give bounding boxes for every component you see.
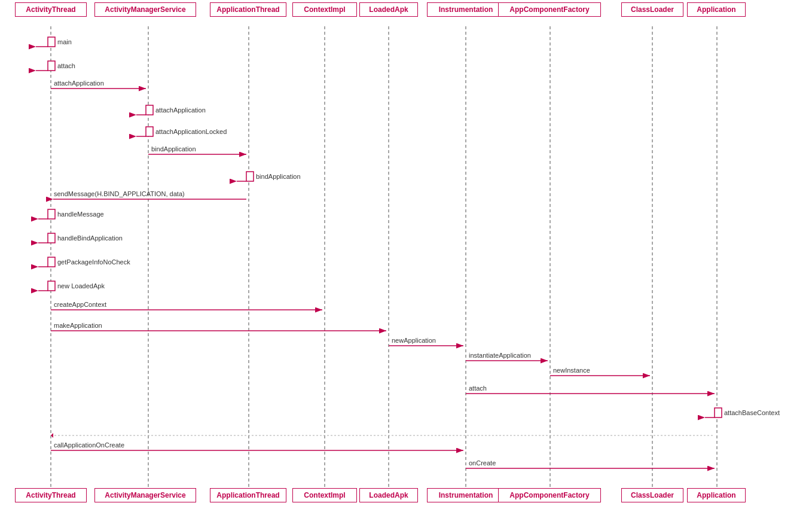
svg-text:newInstance: newInstance <box>553 367 590 374</box>
actor-top-ClassLoader: ClassLoader <box>621 2 683 17</box>
svg-rect-11 <box>48 37 55 47</box>
svg-text:newApplication: newApplication <box>392 337 436 344</box>
actor-top-ApplicationThread: ApplicationThread <box>210 2 286 17</box>
actor-top-Application: Application <box>687 2 746 17</box>
actor-bottom-ActivityThread: ActivityThread <box>15 488 87 502</box>
svg-rect-27 <box>246 172 254 181</box>
svg-rect-22 <box>146 127 153 136</box>
actor-bottom-AppComponentFactory: AppComponentFactory <box>498 488 601 502</box>
actor-bottom-Instrumentation: Instrumentation <box>427 488 505 502</box>
svg-rect-56 <box>715 408 722 418</box>
svg-text:handleMessage: handleMessage <box>57 211 104 218</box>
actor-top-ActivityThread: ActivityThread <box>15 2 87 17</box>
svg-rect-14 <box>48 61 55 71</box>
svg-text:bindApplication: bindApplication <box>256 173 301 180</box>
svg-rect-19 <box>146 105 153 115</box>
svg-text:instantiateApplication: instantiateApplication <box>469 352 531 359</box>
svg-text:onCreate: onCreate <box>469 459 496 467</box>
arrows-svg: main attach attachApplication attachAppl… <box>0 0 812 515</box>
svg-marker-60 <box>51 433 53 438</box>
svg-text:attachBaseContext: attachBaseContext <box>724 409 780 416</box>
actor-bottom-LoadedApk: LoadedApk <box>359 488 418 502</box>
actor-top-ContextImpl: ContextImpl <box>292 2 357 17</box>
sequence-diagram: main attach attachApplication attachAppl… <box>0 0 812 515</box>
actor-bottom-ClassLoader: ClassLoader <box>621 488 683 502</box>
svg-text:attachApplicationLocked: attachApplicationLocked <box>155 128 227 135</box>
svg-text:makeApplication: makeApplication <box>54 322 102 329</box>
actor-top-LoadedApk: LoadedApk <box>359 2 418 17</box>
actor-bottom-ActivityManagerService: ActivityManagerService <box>94 488 196 502</box>
svg-text:main: main <box>57 38 72 45</box>
actor-bottom-ContextImpl: ContextImpl <box>292 488 357 502</box>
svg-text:getPackageInfoNoCheck: getPackageInfoNoCheck <box>57 258 130 266</box>
svg-rect-38 <box>48 257 55 267</box>
svg-text:createAppContext: createAppContext <box>54 301 106 308</box>
actor-bottom-ApplicationThread: ApplicationThread <box>210 488 286 502</box>
svg-text:attachApplication: attachApplication <box>155 106 206 114</box>
actor-bottom-Application: Application <box>687 488 746 502</box>
actor-top-AppComponentFactory: AppComponentFactory <box>498 2 601 17</box>
svg-text:handleBindApplication: handleBindApplication <box>57 234 123 242</box>
svg-text:attach: attach <box>57 62 75 69</box>
svg-text:bindApplication: bindApplication <box>151 145 196 153</box>
svg-rect-41 <box>48 281 55 291</box>
svg-text:sendMessage(H.BIND_APPLICATION: sendMessage(H.BIND_APPLICATION, data) <box>54 190 185 197</box>
svg-text:callApplicationOnCreate: callApplicationOnCreate <box>54 441 124 449</box>
actor-top-Instrumentation: Instrumentation <box>427 2 505 17</box>
svg-rect-35 <box>48 233 55 243</box>
svg-text:attachApplication: attachApplication <box>54 80 104 87</box>
svg-rect-32 <box>48 209 55 219</box>
svg-text:new LoadedApk: new LoadedApk <box>57 282 105 290</box>
svg-text:attach: attach <box>469 385 487 392</box>
actor-top-ActivityManagerService: ActivityManagerService <box>94 2 196 17</box>
